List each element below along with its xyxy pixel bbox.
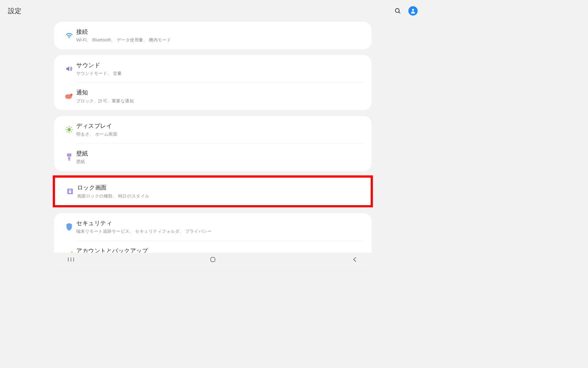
setting-subtitle: サウンドモード、 音量 bbox=[76, 70, 364, 76]
setting-title: 接続 bbox=[76, 28, 364, 36]
lock-icon bbox=[63, 188, 77, 195]
setting-subtitle: 明るさ、 ホーム画面 bbox=[76, 131, 364, 137]
settings-card-display: ディスプレイ 明るさ、 ホーム画面 壁紙 壁紙 bbox=[54, 116, 372, 171]
nav-recent-button[interactable] bbox=[49, 253, 93, 266]
setting-subtitle: 端末リモート追跡サービス、 セキュリティフォルダ、 プライバシー bbox=[76, 228, 364, 235]
profile-icon bbox=[410, 8, 416, 14]
setting-title: セキュリティ bbox=[76, 219, 364, 227]
nav-recent-icon bbox=[68, 257, 74, 262]
shield-icon bbox=[62, 223, 76, 231]
page-title: 設定 bbox=[8, 6, 21, 16]
notification-icon bbox=[62, 94, 76, 99]
header: 設定 bbox=[0, 0, 426, 22]
svg-point-6 bbox=[67, 128, 71, 131]
nav-home-icon bbox=[210, 257, 216, 263]
svg-line-1 bbox=[399, 12, 400, 13]
setting-title: ロック画面 bbox=[77, 184, 363, 191]
svg-rect-16 bbox=[68, 157, 70, 159]
setting-title: ディスプレイ bbox=[76, 122, 364, 130]
nav-home-button[interactable] bbox=[191, 253, 235, 266]
setting-subtitle: 画面ロックの種類、 時計のスタイル bbox=[77, 193, 363, 199]
header-actions bbox=[394, 6, 418, 15]
setting-item-notifications[interactable]: 通知 ブロック、許可、重要な通知 bbox=[54, 82, 372, 110]
svg-line-12 bbox=[71, 132, 72, 132]
search-icon bbox=[394, 8, 401, 14]
setting-item-display[interactable]: ディスプレイ 明るさ、 ホーム画面 bbox=[54, 116, 372, 144]
settings-card-connections: 接続 Wi-Fi、 Bluetooth、 データ使用量、 機内モード bbox=[54, 22, 372, 49]
wallpaper-icon bbox=[62, 153, 76, 161]
wifi-icon bbox=[62, 32, 76, 40]
settings-card-sound: サウンド サウンドモード、 音量 通知 ブロック、許可、重要な通知 bbox=[54, 55, 372, 110]
svg-rect-26 bbox=[211, 257, 215, 262]
svg-point-5 bbox=[70, 94, 72, 96]
settings-content: 接続 Wi-Fi、 Bluetooth、 データ使用量、 機内モード サウンド … bbox=[0, 22, 426, 266]
svg-rect-17 bbox=[69, 159, 70, 161]
svg-rect-19 bbox=[69, 191, 71, 193]
setting-subtitle: ブロック、許可、重要な通知 bbox=[76, 98, 364, 104]
svg-point-3 bbox=[69, 38, 70, 39]
profile-button[interactable] bbox=[408, 6, 417, 15]
svg-point-2 bbox=[412, 9, 414, 11]
setting-item-wallpaper[interactable]: 壁紙 壁紙 bbox=[54, 144, 372, 171]
setting-item-sound[interactable]: サウンド サウンドモード、 音量 bbox=[54, 55, 372, 83]
sound-icon bbox=[62, 65, 76, 73]
nav-back-button[interactable] bbox=[333, 253, 377, 266]
setting-title: 壁紙 bbox=[76, 150, 364, 157]
navigation-bar bbox=[0, 253, 426, 266]
brightness-icon bbox=[62, 126, 76, 134]
setting-subtitle: Wi-Fi、 Bluetooth、 データ使用量、 機内モード bbox=[76, 37, 364, 43]
svg-line-14 bbox=[71, 127, 72, 128]
setting-subtitle: 壁紙 bbox=[76, 159, 364, 165]
svg-point-0 bbox=[395, 9, 399, 13]
setting-title: 通知 bbox=[76, 89, 364, 97]
setting-item-security[interactable]: セキュリティ 端末リモート追跡サービス、 セキュリティフォルダ、 プライバシー bbox=[54, 213, 372, 241]
svg-line-13 bbox=[67, 132, 67, 132]
setting-item-connections[interactable]: 接続 Wi-Fi、 Bluetooth、 データ使用量、 機内モード bbox=[54, 22, 372, 49]
nav-back-icon bbox=[352, 257, 357, 262]
svg-rect-15 bbox=[67, 153, 71, 157]
search-button[interactable] bbox=[394, 7, 402, 15]
settings-card-lockscreen-highlighted: ロック画面 画面ロックの種類、 時計のスタイル bbox=[53, 175, 373, 207]
svg-line-11 bbox=[67, 127, 67, 128]
setting-title: サウンド bbox=[76, 61, 364, 69]
setting-item-lockscreen[interactable]: ロック画面 画面ロックの種類、 時計のスタイル bbox=[55, 178, 371, 205]
